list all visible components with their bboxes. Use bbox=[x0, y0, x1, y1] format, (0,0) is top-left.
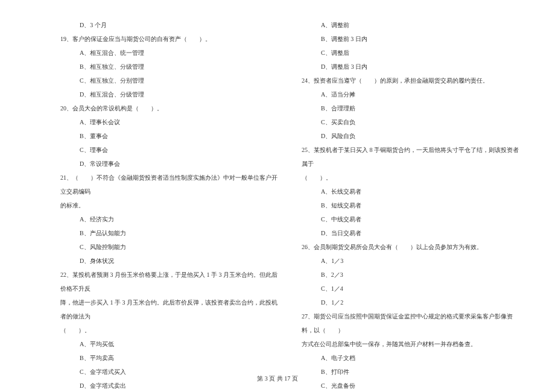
answer-option: A、相互混合、统一管理 bbox=[60, 46, 278, 60]
answer-option: D、3 个月 bbox=[60, 18, 278, 32]
answer-option: B、董事会 bbox=[60, 129, 278, 143]
answer-option: C、1／4 bbox=[302, 282, 519, 296]
answer-option: A、1／3 bbox=[302, 254, 519, 268]
answer-option: A、适当分摊 bbox=[302, 87, 519, 101]
question-text: 27、期货公司应当按照中国期货保证金监控中心规定的格式要求采集客户影像资料，以（… bbox=[302, 309, 519, 337]
question-text: 降，他进一步买入 1 手 3 月玉米合约。此后市价反弹，该投资者卖出合约，此投机… bbox=[60, 296, 278, 323]
answer-option: D、风险自负 bbox=[302, 129, 519, 143]
left-column: D、3 个月19、客户的保证金应当与期货公司的自有资产（ ）。A、相互混合、统一… bbox=[60, 18, 278, 356]
question-text: 22、某投机者预测 3 月份玉米价格要上涨，于是他买入 1 手 3 月玉米合约。… bbox=[60, 268, 278, 296]
question-text: 19、客户的保证金应当与期货公司的自有资产（ ）。 bbox=[60, 32, 278, 46]
answer-option: A、长线交易者 bbox=[302, 185, 519, 198]
answer-option: C、风险控制能力 bbox=[60, 240, 278, 254]
question-text: 21、（ ）不符合《金融期货投资者适当性制度实施办法》中对一般单位客户开立交易编… bbox=[60, 171, 278, 198]
answer-option: C、买卖自负 bbox=[302, 115, 519, 129]
page-number: 第 3 页 共 17 页 bbox=[257, 375, 298, 382]
right-column: A、调整前B、调整前 3 日内C、调整后D、调整后 3 日内24、投资者应当遵守… bbox=[302, 18, 519, 356]
answer-option: A、平均买低 bbox=[60, 337, 278, 351]
answer-option: D、常设理事会 bbox=[60, 157, 278, 171]
question-text: （ ）。 bbox=[60, 323, 278, 337]
question-text: 的标准。 bbox=[60, 198, 278, 212]
answer-option: A、调整前 bbox=[302, 18, 519, 32]
answer-option: D、身体状况 bbox=[60, 254, 278, 268]
answer-option: B、合理理赔 bbox=[302, 101, 519, 115]
answer-option: C、理事会 bbox=[60, 143, 278, 157]
answer-option: B、调整前 3 日内 bbox=[302, 32, 519, 46]
page-footer: 第 3 页 共 17 页 bbox=[0, 375, 555, 383]
answer-option: D、调整后 3 日内 bbox=[302, 60, 519, 74]
question-text: 方式在公司总部集中统一保存，并随其他开户材料一并存档备查。 bbox=[302, 337, 519, 351]
answer-option: A、理事长会议 bbox=[60, 115, 278, 129]
answer-option: B、产品认知能力 bbox=[60, 226, 278, 240]
answer-option: D、1／2 bbox=[302, 296, 519, 309]
question-text: 26、会员制期货交易所会员大会有（ ）以上会员参加方为有效。 bbox=[302, 240, 519, 254]
question-text: 24、投资者应当遵守（ ）的原则，承担金融期货交易的履约责任。 bbox=[302, 74, 519, 87]
question-text: 25、某投机者于某日买入 8 手铜期货合约，一天后他将头寸平仓了结，则该投资者属… bbox=[302, 143, 519, 171]
page-content: D、3 个月19、客户的保证金应当与期货公司的自有资产（ ）。A、相互混合、统一… bbox=[60, 18, 519, 356]
answer-option: C、中线交易者 bbox=[302, 212, 519, 226]
question-text: 20、会员大会的常设机构是（ ）。 bbox=[60, 101, 278, 115]
answer-option: B、2／3 bbox=[302, 268, 519, 282]
answer-option: A、电子文档 bbox=[302, 351, 519, 365]
answer-option: D、相互混合、分级管理 bbox=[60, 87, 278, 101]
answer-option: A、经济实力 bbox=[60, 212, 278, 226]
answer-option: B、短线交易者 bbox=[302, 198, 519, 212]
answer-option: B、相互独立、分级管理 bbox=[60, 60, 278, 74]
answer-option: D、当日交易者 bbox=[302, 226, 519, 240]
answer-option: B、平均卖高 bbox=[60, 351, 278, 365]
question-text: （ ）。 bbox=[302, 171, 519, 185]
answer-option: C、调整后 bbox=[302, 46, 519, 60]
answer-option: C、相互独立、分别管理 bbox=[60, 74, 278, 87]
